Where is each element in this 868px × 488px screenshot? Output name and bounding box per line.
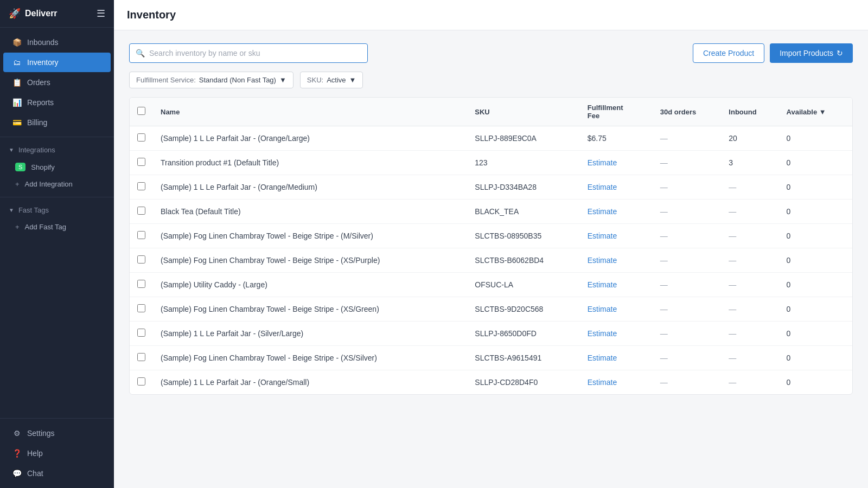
row-sku-3: BLACK_TEA (467, 200, 579, 224)
row-checkbox-6[interactable] (137, 280, 145, 288)
row-available-7: 0 (779, 297, 852, 322)
integrations-section-header[interactable]: ▼ Integrations (0, 142, 114, 158)
inbound-dash-5: — (729, 256, 736, 265)
brand-name: Deliverr (25, 9, 58, 18)
row-inbound-6: — (721, 273, 778, 297)
row-orders-0: — (653, 126, 722, 151)
search-input[interactable] (129, 43, 368, 63)
billing-label: Billing (27, 118, 47, 127)
row-available-10: 0 (779, 370, 852, 395)
row-sku-5: SLCTBS-B6062BD4 (467, 248, 579, 273)
brand-logo[interactable]: 🚀 Deliverr (9, 8, 58, 20)
row-fee-5: Estimate (580, 248, 653, 273)
create-product-button[interactable]: Create Product (693, 43, 764, 63)
row-sku-10: SLLPJ-CD28D4F0 (467, 370, 579, 395)
row-name-5: (Sample) Fog Linen Chambray Towel - Beig… (153, 248, 467, 273)
plus-icon-2: + (15, 223, 20, 231)
estimate-link-10[interactable]: Estimate (588, 378, 617, 387)
sidebar-item-add-fast-tag[interactable]: + Add Fast Tag (0, 219, 114, 235)
row-checkbox-0[interactable] (137, 133, 145, 142)
row-checkbox-7[interactable] (137, 304, 145, 312)
estimate-link-3[interactable]: Estimate (588, 207, 617, 216)
row-available-5: 0 (779, 248, 852, 273)
sidebar-header: 🚀 Deliverr ☰ (0, 0, 114, 28)
orders-dash-5: — (660, 256, 668, 265)
sidebar-item-help[interactable]: ❓ Help (3, 444, 111, 463)
hamburger-menu[interactable]: ☰ (97, 8, 105, 20)
orders-dash-10: — (660, 378, 668, 387)
orders-icon: 📋 (12, 78, 22, 87)
row-checkbox-4[interactable] (137, 231, 145, 239)
table-body: (Sample) 1 L Le Parfait Jar - (Orange/La… (130, 126, 852, 395)
row-checkbox-1[interactable] (137, 158, 145, 166)
row-checkbox-3[interactable] (137, 207, 145, 215)
reports-label: Reports (27, 98, 54, 107)
row-inbound-8: — (721, 322, 778, 346)
estimate-link-7[interactable]: Estimate (588, 305, 617, 313)
row-orders-9: — (653, 346, 722, 370)
row-checkbox-9[interactable] (137, 353, 145, 361)
orders-dash-3: — (660, 207, 668, 216)
row-checkbox-10[interactable] (137, 377, 145, 386)
toolbar: 🔍 Create Product Import Products ↻ (129, 43, 853, 63)
row-name-4: (Sample) Fog Linen Chambray Towel - Beig… (153, 224, 467, 248)
fulfillment-service-filter[interactable]: Fulfillment Service: Standard (Non Fast … (129, 72, 293, 88)
sidebar-item-billing[interactable]: 💳 Billing (3, 113, 111, 132)
fulfillment-service-label: Fulfillment Service: (136, 76, 196, 84)
orders-label: Orders (27, 78, 50, 87)
row-name-6: (Sample) Utility Caddy - (Large) (153, 273, 467, 297)
row-name-3: Black Tea (Default Title) (153, 200, 467, 224)
shopify-label: Shopify (31, 163, 54, 171)
inbound-dash-6: — (729, 280, 736, 289)
row-checkbox-8[interactable] (137, 329, 145, 337)
sku-filter[interactable]: SKU: Active ▼ (300, 72, 363, 88)
sidebar-item-shopify[interactable]: S Shopify (0, 158, 114, 176)
header-available[interactable]: Available ▼ (779, 98, 852, 126)
row-sku-6: OFSUC-LA (467, 273, 579, 297)
sidebar-item-add-integration[interactable]: + Add Integration (0, 176, 114, 192)
page-title: Inventory (127, 9, 855, 21)
row-inbound-9: — (721, 346, 778, 370)
inbound-value-0: 20 (729, 134, 737, 143)
sidebar-item-inbounds[interactable]: 📦 Inbounds (3, 33, 111, 52)
row-checkbox-5[interactable] (137, 255, 145, 264)
orders-dash-2: — (660, 183, 668, 191)
estimate-link-9[interactable]: Estimate (588, 354, 617, 362)
content-area: 🔍 Create Product Import Products ↻ Fulfi… (114, 30, 868, 488)
sidebar-item-reports[interactable]: 📊 Reports (3, 93, 111, 112)
table-row: (Sample) 1 L Le Parfait Jar - (Orange/La… (130, 126, 852, 151)
import-products-button[interactable]: Import Products ↻ (770, 43, 853, 63)
row-available-6: 0 (779, 273, 852, 297)
estimate-link-4[interactable]: Estimate (588, 232, 617, 240)
table-row: Transition product #1 (Default Title) 12… (130, 151, 852, 175)
sidebar-item-inventory[interactable]: 🗂 Inventory (3, 53, 111, 72)
header-name: Name (153, 98, 467, 126)
row-sku-8: SLLPJ-8650D0FD (467, 322, 579, 346)
row-checkbox-cell (130, 200, 153, 224)
row-checkbox-2[interactable] (137, 182, 145, 190)
row-inbound-1: 3 (721, 151, 778, 175)
fulfillment-service-value: Standard (Non Fast Tag) (199, 76, 276, 84)
inbound-dash-7: — (729, 305, 736, 313)
sidebar-nav: 📦 Inbounds 🗂 Inventory 📋 Orders 📊 Report… (0, 28, 114, 418)
plus-icon: + (15, 180, 20, 188)
fast-tags-section-header[interactable]: ▼ Fast Tags (0, 202, 114, 219)
import-label: Import Products (780, 49, 833, 57)
sidebar-item-orders[interactable]: 📋 Orders (3, 73, 111, 92)
estimate-link-6[interactable]: Estimate (588, 280, 617, 289)
table-row: (Sample) Fog Linen Chambray Towel - Beig… (130, 346, 852, 370)
row-orders-5: — (653, 248, 722, 273)
row-inbound-3: — (721, 200, 778, 224)
header-sku: SKU (467, 98, 579, 126)
row-checkbox-cell (130, 151, 153, 175)
inbounds-icon: 📦 (12, 38, 22, 47)
estimate-link-2[interactable]: Estimate (588, 183, 617, 191)
estimate-link-1[interactable]: Estimate (588, 158, 617, 167)
estimate-link-8[interactable]: Estimate (588, 329, 617, 338)
sidebar-item-settings[interactable]: ⚙ Settings (3, 423, 111, 443)
select-all-checkbox[interactable] (137, 107, 145, 115)
row-sku-2: SLLPJ-D334BA28 (467, 175, 579, 200)
sidebar-item-chat[interactable]: 💬 Chat (3, 464, 111, 483)
row-sku-1: 123 (467, 151, 579, 175)
estimate-link-5[interactable]: Estimate (588, 256, 617, 265)
